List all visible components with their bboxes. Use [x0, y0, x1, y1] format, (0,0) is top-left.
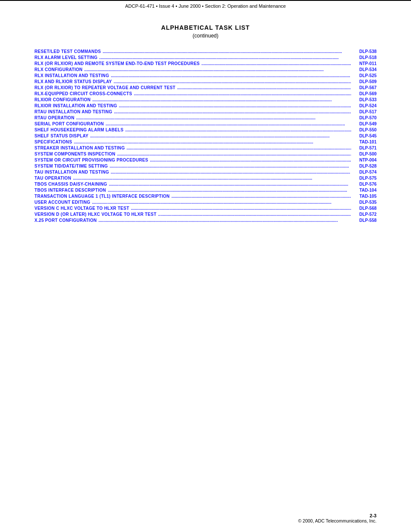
toc-dots: ........................................…	[109, 182, 351, 187]
page-footer: 2-3 © 2000, ADC Telecommunications, Inc.	[0, 513, 411, 523]
toc-row[interactable]: RLX INSTALLATION AND TESTING ...........…	[34, 73, 377, 78]
toc-dots: ........................................…	[103, 49, 351, 54]
toc-item-label: USER ACCOUNT EDITING	[34, 200, 90, 205]
toc-page-ref[interactable]: DLP-576	[353, 182, 377, 187]
toc-item-label: RLX CONFIGURATION	[34, 67, 83, 72]
toc-row[interactable]: USER ACCOUNT EDITING ...................…	[34, 200, 377, 205]
toc-row[interactable]: RLX AND RLXIOR STATUS DISPLAY ..........…	[34, 79, 377, 84]
toc-page-ref[interactable]: DLP-550	[353, 128, 377, 132]
footer-page-number: 2-3	[298, 513, 377, 518]
toc-page-ref[interactable]: DLP-518	[353, 55, 377, 60]
toc-page-ref[interactable]: DLP-534	[353, 67, 377, 72]
toc-dots: ........................................…	[99, 55, 351, 60]
toc-row[interactable]: SERIAL PORT CONFIGURATION ..............…	[34, 121, 377, 126]
toc-dots: ........................................…	[177, 85, 351, 90]
toc-item-label: RTAU INSTALLATION AND TESTING	[34, 109, 112, 114]
toc-page-ref[interactable]: TAD-101	[353, 140, 377, 144]
toc-page-ref[interactable]: DLP-524	[353, 103, 377, 108]
toc-row[interactable]: SHELF HOUSEKEEPING ALARM LABELS ........…	[34, 128, 377, 132]
toc-dots: ........................................…	[117, 152, 351, 156]
toc-page-ref[interactable]: NTP-004	[353, 158, 377, 162]
toc-row[interactable]: TBOS INTERFACE DESCRIPTION .............…	[34, 188, 377, 193]
toc-dots: ........................................…	[90, 134, 351, 138]
toc-row[interactable]: SHELF STATUS DISPLAY ...................…	[34, 134, 377, 138]
toc-row[interactable]: RLX (OR RLXIOR) AND REMOTE SYSTEM END-TO…	[34, 61, 377, 66]
toc-dots: ........................................…	[150, 158, 351, 162]
toc-dots: ........................................…	[158, 212, 351, 217]
toc-dots: ........................................…	[111, 73, 351, 78]
toc-row[interactable]: RLX-EQUIPPED CIRCUIT CROSS-CONNECTS ....…	[34, 91, 377, 96]
toc-row[interactable]: RESET/LED TEST COMMANDS ................…	[34, 49, 377, 54]
toc-row[interactable]: SYSTEM OR CIRCUIT PROVISIONING PROCEDURE…	[34, 158, 377, 162]
toc-item-label: RTAU OPERATION	[34, 115, 75, 120]
header-text: ADCP-61-471 • Issue 4 • June 2000 • Sect…	[125, 3, 286, 9]
main-content: ALPHABETICAL TASK LIST (continued) RESET…	[0, 11, 411, 250]
toc-page-ref[interactable]: DLP-545	[353, 134, 377, 138]
toc-page-ref[interactable]: TAD-105	[353, 194, 377, 199]
toc-row[interactable]: RLX CONFIGURATION ......................…	[34, 67, 377, 72]
toc-page-ref[interactable]: DLP-574	[353, 170, 377, 174]
toc-row[interactable]: STREAKER INSTALLATION AND TESTING ......…	[34, 146, 377, 150]
toc-row[interactable]: TRANSACTION LANGUAGE 1 (TL1) INTERFACE D…	[34, 194, 377, 199]
toc-item-label: SPECIFICATIONS	[34, 140, 72, 144]
toc-page-ref[interactable]: DLP-549	[353, 121, 377, 126]
toc-row[interactable]: RLXIOR INSTALLATION AND TESTING ........…	[34, 103, 377, 108]
toc-page-ref[interactable]: DLP-500	[353, 152, 377, 156]
toc-dots: ........................................…	[119, 103, 351, 108]
toc-row[interactable]: RLX ALARM LEVEL SETTING ................…	[34, 55, 377, 60]
toc-dots: ........................................…	[92, 97, 351, 102]
toc-dots: ........................................…	[106, 121, 351, 126]
toc-item-label: STREAKER INSTALLATION AND TESTING	[34, 146, 125, 150]
toc-row[interactable]: RTAU OPERATION .........................…	[34, 115, 377, 120]
toc-item-label: SYSTEM COMPONENTS INSPECTION	[34, 152, 115, 156]
toc-item-label: VERSION C HLXC VOLTAGE TO HLXR TEST	[34, 206, 129, 211]
toc-row[interactable]: TAU INSTALLATION AND TESTING ...........…	[34, 170, 377, 174]
toc-page-ref[interactable]: NTP-011	[353, 61, 377, 66]
toc-row[interactable]: RLXIOR CONFIGURATION ...................…	[34, 97, 377, 102]
toc-page-ref[interactable]: DLP-575	[353, 176, 377, 180]
toc-row[interactable]: RTAU INSTALLATION AND TESTING ..........…	[34, 109, 377, 114]
toc-item-label: RLX ALARM LEVEL SETTING	[34, 55, 97, 60]
toc-dots: ........................................…	[74, 140, 351, 144]
toc-page-ref[interactable]: DLP-572	[353, 212, 377, 217]
toc-item-label: SYSTEM TID/DATE/TIME SETTING	[34, 164, 108, 168]
toc-item-label: SYSTEM OR CIRCUIT PROVISIONING PROCEDURE…	[34, 158, 148, 162]
toc-item-label: SHELF STATUS DISPLAY	[34, 134, 88, 138]
toc-row[interactable]: SYSTEM COMPONENTS INSPECTION ...........…	[34, 152, 377, 156]
toc-page-ref[interactable]: DLP-570	[353, 115, 377, 120]
toc-dots: ........................................…	[84, 67, 351, 72]
toc-dots: ........................................…	[125, 128, 351, 132]
toc-page-ref[interactable]: DLP-571	[353, 146, 377, 150]
toc-item-label: VERSION D (OR LATER) HLXC VOLTAGE TO HLX…	[34, 212, 156, 217]
toc-row[interactable]: X.25 PORT CONFIGURATION ................…	[34, 218, 377, 223]
toc-item-label: RESET/LED TEST COMMANDS	[34, 49, 101, 54]
toc-item-label: RLXIOR CONFIGURATION	[34, 97, 90, 102]
toc-dots: ........................................…	[99, 218, 351, 223]
toc-row[interactable]: TBOS CHASSIS DAISY-CHAINING ............…	[34, 182, 377, 187]
toc-page-ref[interactable]: DLP-535	[353, 200, 377, 205]
toc-page-ref[interactable]: TAD-104	[353, 188, 377, 193]
footer-copyright: © 2000, ADC Telecommunications, Inc.	[298, 518, 377, 523]
toc-page-ref[interactable]: DLP-569	[353, 91, 377, 96]
toc-page-ref[interactable]: DLP-528	[353, 164, 377, 168]
toc-row[interactable]: SPECIFICATIONS .........................…	[34, 140, 377, 144]
toc-page-ref[interactable]: DLP-525	[353, 73, 377, 78]
toc-page-ref[interactable]: DLP-567	[353, 85, 377, 90]
toc-row[interactable]: TAU OPERATION ..........................…	[34, 176, 377, 180]
toc-item-label: SHELF HOUSEKEEPING ALARM LABELS	[34, 128, 124, 132]
toc-page-ref[interactable]: DLP-533	[353, 97, 377, 102]
toc-page-ref[interactable]: DLP-568	[353, 206, 377, 211]
toc-dots: ........................................…	[134, 91, 351, 96]
toc-row[interactable]: RLX (OR RLXIOR) TO REPEATER VOLTAGE AND …	[34, 85, 377, 90]
toc-page-ref[interactable]: DLP-558	[353, 218, 377, 223]
toc-dots: ........................................…	[73, 176, 351, 180]
toc-dots: ........................................…	[111, 170, 351, 174]
toc-dots: ........................................…	[171, 194, 351, 199]
toc-dots: ........................................…	[202, 61, 351, 66]
toc-page-ref[interactable]: DLP-538	[353, 49, 377, 54]
toc-page-ref[interactable]: DLP-517	[353, 109, 377, 114]
toc-row[interactable]: VERSION C HLXC VOLTAGE TO HLXR TEST ....…	[34, 206, 377, 211]
toc-row[interactable]: SYSTEM TID/DATE/TIME SETTING ...........…	[34, 164, 377, 168]
toc-page-ref[interactable]: DLP-509	[353, 79, 377, 84]
toc-row[interactable]: VERSION D (OR LATER) HLXC VOLTAGE TO HLX…	[34, 212, 377, 217]
